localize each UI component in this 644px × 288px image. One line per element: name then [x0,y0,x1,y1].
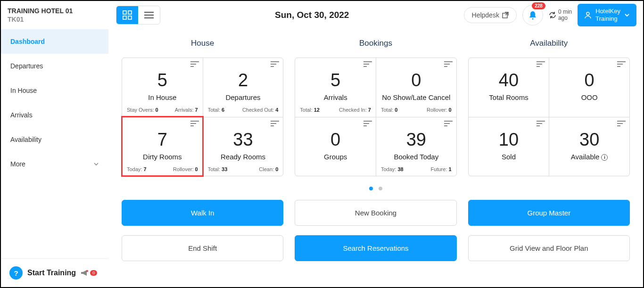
sidebar-footer: ? Start Training 0 [1,258,108,287]
sort-icon [363,61,372,67]
announcements-button[interactable]: 0 [81,270,97,276]
grid-floorplan-button[interactable]: Grid View and Floor Plan [468,235,630,261]
sold-card[interactable]: 10 Sold [469,117,549,176]
bookings-section: Bookings 5 Arrivals Total: 12Checked In:… [295,39,456,176]
sort-icon [537,120,545,127]
sync-line2: ago [558,15,572,21]
ooo-card[interactable]: 0 OOO [549,58,629,117]
available-card[interactable]: 30 Availablei [549,117,629,176]
sidebar-item-inhouse[interactable]: In House [1,78,108,103]
svg-point-8 [532,18,533,20]
sort-icon [363,120,372,127]
view-toggle [116,6,160,25]
helpdesk-button[interactable]: Helpdesk [464,7,517,23]
svg-rect-1 [128,11,132,14]
svg-point-9 [586,12,589,15]
availability-title: Availability [468,39,630,48]
svg-rect-0 [123,11,126,14]
sort-icon [271,61,279,67]
house-title: House [122,39,283,48]
sort-icon [537,61,545,67]
walkin-button[interactable]: Walk In [122,200,283,226]
megaphone-icon [81,270,89,276]
hotel-code: TK01 [8,16,116,23]
pagination-dots [122,184,630,192]
help-icon[interactable]: ? [9,266,23,280]
sidebar-item-dashboard[interactable]: Dashboard [1,29,108,54]
sidebar-item-availability[interactable]: Availability [1,127,108,152]
card-label: Departures [208,93,279,101]
inhouse-card[interactable]: 5 In House Stay Overs: 0Arrivals: 7 [122,58,203,117]
sort-icon [190,120,199,127]
sort-icon [617,120,626,127]
card-label: Arrivals [300,93,371,101]
card-label: Dirty Rooms [127,153,198,161]
card-label: Groups [300,153,371,161]
total-rooms-card[interactable]: 40 Total Rooms [469,58,549,117]
announcements-count: 0 [90,270,97,276]
availability-grid: 40 Total Rooms 0 OOO 10 Sold [468,58,630,176]
page-dot-1[interactable] [369,187,373,190]
card-number: 30 [554,130,625,150]
card-number: 10 [473,130,545,150]
dirty-rooms-card[interactable]: 7 Dirty Rooms Today: 7Rollover: 0 [122,117,203,176]
layout: Dashboard Departures In House Arrivals A… [1,29,643,287]
card-label: Ready Rooms [208,153,279,161]
header-right: Helpdesk 228 0 min ago HotelKey Training [464,4,636,26]
card-number: 33 [208,130,279,150]
card-number: 40 [473,70,545,91]
new-booking-button[interactable]: New Booking [295,200,456,226]
list-view-button[interactable] [138,6,160,24]
card-label: Total Rooms [473,93,545,101]
refresh-icon [549,11,556,19]
current-date: Sun, Oct 30, 2022 [160,10,464,20]
bookings-grid: 5 Arrivals Total: 12Checked In: 7 0 No S… [295,58,456,176]
grid-view-button[interactable] [116,6,138,24]
action-row-1: Walk In New Booking Group Master [122,200,630,226]
group-master-button[interactable]: Group Master [468,200,630,226]
card-label: OOO [554,93,625,101]
card-number: 2 [208,70,279,91]
groups-card[interactable]: 0 Groups [295,117,376,176]
start-training-button[interactable]: Start Training [27,269,76,277]
user-menu-button[interactable]: HotelKey Training [578,4,636,26]
notifications-button[interactable]: 228 [522,5,543,25]
chevron-down-icon [624,12,630,18]
dashboard-sections: House 5 In House Stay Overs: 0Arrivals: … [122,39,630,176]
search-reservations-button[interactable]: Search Reservations [295,235,456,261]
svg-point-10 [86,270,88,272]
card-number: 0 [381,70,452,91]
grid-icon [123,10,132,20]
chevron-down-icon [93,161,99,167]
departures-card[interactable]: 2 Departures Total: 6Checked Out: 4 [203,58,283,117]
sort-icon [617,61,626,67]
bell-icon [528,10,537,20]
card-number: 0 [554,70,625,91]
house-grid: 5 In House Stay Overs: 0Arrivals: 7 2 De… [122,58,283,176]
notification-count: 228 [532,2,545,9]
noshow-card[interactable]: 0 No Show/Late Cancel Total: 0Rollover: … [376,58,456,117]
user-icon [584,11,592,19]
card-number: 5 [127,70,198,91]
svg-rect-3 [128,16,132,19]
sidebar-item-arrivals[interactable]: Arrivals [1,103,108,127]
sidebar-item-more[interactable]: More [1,152,108,176]
card-number: 39 [381,130,452,150]
end-shift-button[interactable]: End Shift [122,235,283,261]
sidebar-item-departures[interactable]: Departures [1,54,108,78]
user-line1: HotelKey [595,8,620,15]
page-dot-2[interactable] [379,187,382,190]
card-number: 5 [300,70,371,91]
availability-section: Availability 40 Total Rooms 0 OOO 10 [468,39,630,176]
main: House 5 In House Stay Overs: 0Arrivals: … [108,29,643,287]
bookings-title: Bookings [295,39,456,48]
ready-rooms-card[interactable]: 33 Ready Rooms Total: 33Clean: 0 [203,117,283,176]
card-number: 0 [300,130,371,150]
action-row-2: End Shift Search Reservations Grid View … [122,235,630,261]
booked-today-card[interactable]: 39 Booked Today Today: 38Future: 1 [376,117,456,176]
sort-icon [444,120,453,127]
info-icon[interactable]: i [601,154,608,161]
user-line2: Training [595,15,620,23]
arrivals-card[interactable]: 5 Arrivals Total: 12Checked In: 7 [295,58,376,117]
card-label: Booked Today [381,153,452,161]
